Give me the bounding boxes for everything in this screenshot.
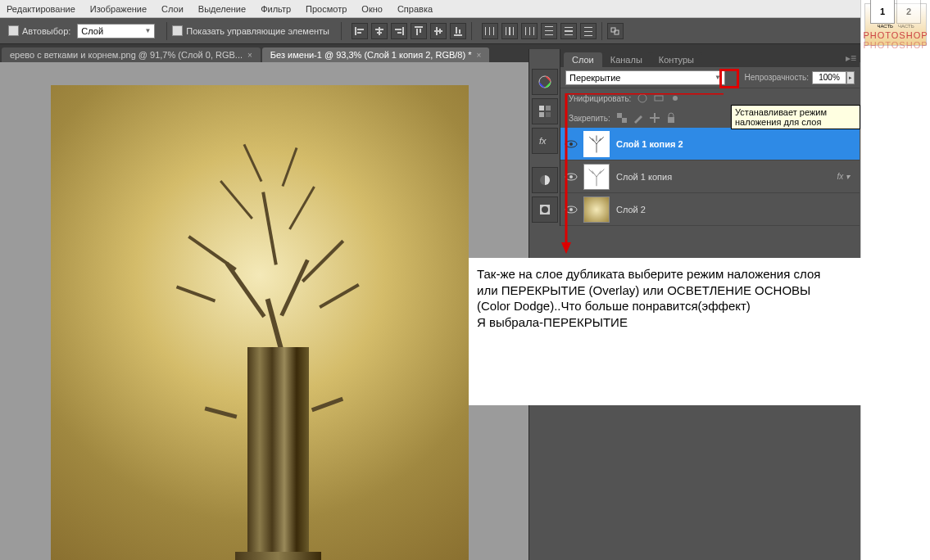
svg-point-54	[569, 142, 573, 146]
color-picker-icon[interactable]	[532, 69, 558, 95]
svg-rect-17	[459, 29, 460, 34]
svg-rect-29	[545, 34, 553, 35]
svg-rect-19	[489, 27, 490, 35]
svg-text:fx: fx	[539, 136, 547, 146]
thumb-image-0[interactable]: 1 2 ЧАСТЬЧАСТЬ PHOTOSHOP PHOTOSHOP	[864, 3, 927, 46]
tooltip: Устанавливает режим наложения для слоя	[731, 105, 860, 129]
svg-rect-50	[617, 113, 622, 118]
svg-rect-27	[545, 26, 553, 27]
svg-rect-16	[456, 27, 457, 34]
unify-vis-icon[interactable]	[652, 92, 665, 105]
opacity-input[interactable]: 100%	[812, 71, 846, 84]
svg-rect-33	[584, 27, 592, 28]
lock-all-icon[interactable]	[665, 111, 678, 124]
align-bottom-icon[interactable]	[450, 23, 466, 39]
svg-rect-52	[668, 117, 674, 123]
svg-rect-30	[565, 27, 573, 28]
autoselect-dropdown[interactable]: Слой	[77, 24, 155, 38]
dist-vcenter-icon[interactable]	[560, 23, 577, 39]
tab-paths[interactable]: Контуры	[651, 52, 702, 67]
showcontrols-checkbox[interactable]	[172, 25, 183, 36]
menu-select[interactable]: Выделение	[198, 4, 246, 14]
unify-style-icon[interactable]	[669, 92, 682, 105]
svg-rect-14	[439, 29, 441, 34]
dist-right-icon[interactable]	[521, 23, 538, 39]
doc-tab-1[interactable]: Без имени-1 @ 93,3% (Слой 1 копия 2, RGB…	[262, 47, 489, 62]
dist-left-icon[interactable]	[482, 23, 498, 39]
svg-rect-32	[565, 34, 573, 35]
menu-window[interactable]: Окно	[361, 4, 383, 14]
menu-edit[interactable]: Редактирование	[7, 4, 75, 14]
svg-rect-0	[355, 27, 356, 35]
visibility-icon[interactable]	[564, 137, 578, 151]
svg-rect-9	[415, 26, 423, 28]
dist-top-icon[interactable]	[541, 23, 557, 39]
annotation-note: Так-же на слое дубликата выберите режим …	[469, 258, 882, 405]
menu-view[interactable]: Просмотр	[306, 4, 347, 14]
svg-point-47	[638, 94, 646, 102]
svg-rect-23	[513, 27, 514, 35]
styles-icon[interactable]: fx	[532, 128, 558, 154]
blend-mode-dropdown[interactable]: Перекрытие	[565, 70, 725, 85]
lock-position-icon[interactable]	[648, 111, 661, 124]
annotation-highlight	[719, 69, 739, 88]
masks-icon[interactable]	[532, 196, 558, 223]
align-hcenter-icon[interactable]	[371, 23, 388, 39]
swatches-icon[interactable]	[532, 98, 558, 124]
auto-align-icon[interactable]	[607, 23, 624, 39]
svg-rect-5	[377, 32, 382, 34]
svg-rect-51	[622, 118, 627, 123]
close-icon[interactable]: ×	[476, 51, 481, 60]
svg-point-49	[673, 96, 678, 101]
svg-rect-13	[436, 27, 438, 35]
visibility-icon[interactable]	[564, 202, 578, 217]
svg-rect-21	[506, 27, 506, 35]
layer-row-2[interactable]: Слой 2	[560, 193, 860, 226]
tab-layers[interactable]: Слои	[564, 52, 602, 67]
svg-point-46	[542, 206, 548, 213]
menu-help[interactable]: Справка	[397, 4, 433, 14]
align-right-icon[interactable]	[391, 23, 407, 39]
svg-rect-31	[565, 30, 573, 32]
tree-image	[161, 110, 391, 560]
svg-rect-39	[539, 106, 544, 111]
svg-rect-6	[402, 27, 404, 35]
svg-rect-11	[420, 29, 421, 33]
autoselect-checkbox[interactable]	[8, 25, 19, 36]
layer-name: Слой 2	[616, 205, 646, 215]
menu-image[interactable]: Изображение	[90, 4, 147, 14]
svg-rect-2	[357, 32, 361, 34]
svg-rect-26	[533, 27, 534, 35]
visibility-icon[interactable]	[564, 169, 578, 184]
svg-rect-24	[525, 27, 526, 35]
layer-row-1[interactable]: Слой 1 копия fx ▾	[560, 160, 860, 193]
doc-tab-0[interactable]: ерево с ветками и корнем.png @ 91,7% (Сл…	[2, 47, 261, 62]
svg-rect-42	[546, 112, 551, 117]
panel-menu-icon[interactable]: ▸≡	[846, 52, 856, 64]
lock-transparency-icon[interactable]	[615, 111, 628, 124]
unify-pos-icon[interactable]	[636, 92, 649, 105]
menu-layers[interactable]: Слои	[161, 4, 184, 14]
layer-name: Слой 1 копия	[616, 172, 672, 182]
opacity-arrow-icon[interactable]: ▸	[846, 71, 855, 84]
dist-hcenter-icon[interactable]	[501, 23, 518, 39]
svg-rect-41	[539, 112, 544, 117]
adjustments-icon[interactable]	[532, 167, 558, 193]
dist-bottom-icon[interactable]	[580, 23, 597, 39]
align-left-icon[interactable]	[352, 23, 368, 39]
align-vcenter-icon[interactable]	[430, 23, 447, 39]
svg-rect-40	[546, 106, 551, 111]
canvas[interactable]	[51, 85, 469, 560]
svg-rect-7	[395, 29, 401, 30]
svg-rect-15	[454, 34, 462, 36]
layer-row-0[interactable]: Слой 1 копия 2	[560, 128, 860, 160]
close-icon[interactable]: ×	[247, 51, 252, 60]
svg-rect-34	[584, 31, 592, 32]
align-top-icon[interactable]	[411, 23, 427, 39]
work-area	[0, 62, 529, 560]
tab-channels[interactable]: Каналы	[602, 52, 651, 67]
lock-pixels-icon[interactable]	[632, 111, 645, 124]
fx-badge[interactable]: fx ▾	[837, 172, 850, 181]
menu-filter[interactable]: Фильтр	[261, 4, 291, 14]
options-bar: Автовыбор: Слой Показать управляющие эле…	[0, 18, 860, 44]
